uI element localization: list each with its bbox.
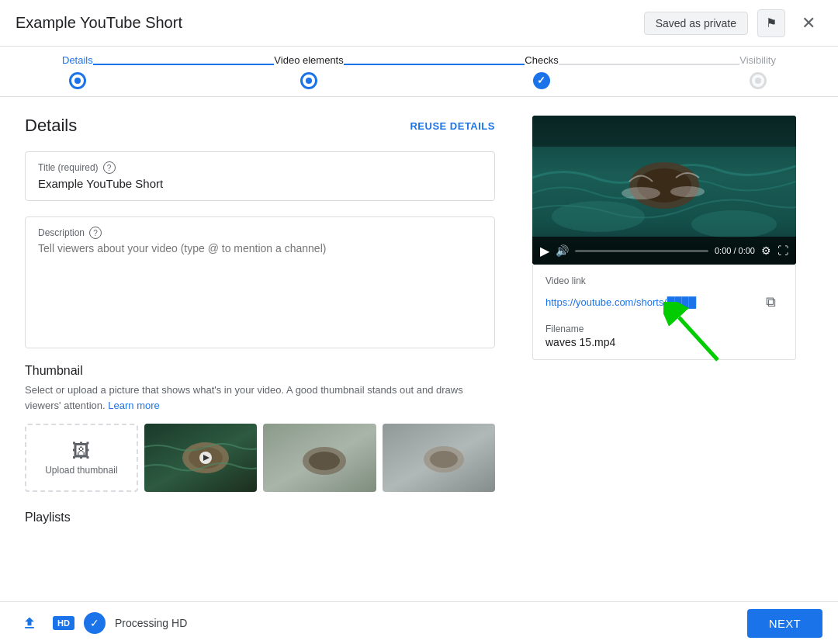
- description-help-icon[interactable]: ?: [89, 227, 102, 239]
- thumbnail-section: Thumbnail Select or upload a picture tha…: [25, 364, 495, 492]
- learn-more-link[interactable]: Learn more: [108, 400, 159, 411]
- connector-2: [344, 64, 525, 65]
- svg-point-17: [552, 201, 645, 232]
- next-button[interactable]: NEXT: [747, 609, 822, 638]
- video-link-label: Video link: [545, 275, 783, 286]
- close-button[interactable]: ✕: [795, 9, 822, 37]
- step-details-circle: [69, 72, 86, 89]
- thumbnail-grid: 🖼 Upload thumbnail: [25, 424, 495, 492]
- description-input[interactable]: [38, 242, 482, 335]
- connector-3: [559, 64, 740, 65]
- settings-button[interactable]: ⚙: [761, 244, 771, 257]
- header: Example YouTube Short Saved as private ⚑…: [0, 0, 838, 47]
- page-title: Example YouTube Short: [16, 14, 182, 32]
- title-help-icon[interactable]: ?: [103, 161, 116, 174]
- progress-bar[interactable]: [575, 250, 708, 252]
- step-checks[interactable]: Checks ✓: [525, 54, 558, 89]
- copy-icon: ⧉: [766, 294, 776, 310]
- video-info-box: Video link https://youtube.com/shorts/██…: [532, 265, 796, 360]
- step-visibility-circle: [750, 72, 767, 89]
- upload-thumbnail-button[interactable]: 🖼 Upload thumbnail: [25, 424, 138, 492]
- video-link-highlight: ████: [667, 296, 697, 308]
- feedback-icon: ⚑: [766, 16, 777, 30]
- thumbnail-title: Thumbnail: [25, 364, 495, 378]
- check-badge: ✓: [84, 612, 106, 634]
- step-video-elements[interactable]: Video elements: [274, 54, 343, 89]
- title-field-group: Title (required) ?: [25, 151, 495, 201]
- svg-rect-16: [532, 116, 796, 147]
- section-header: Details REUSE DETAILS: [25, 116, 495, 136]
- svg-point-15: [670, 186, 705, 197]
- hd-badge: HD: [53, 616, 74, 630]
- upload-thumbnail-label: Upload thumbnail: [45, 465, 117, 476]
- video-preview: ▶ 🔊 0:00 / 0:00 ⚙ ⛶: [532, 116, 796, 265]
- video-link[interactable]: https://youtube.com/shorts/████: [545, 296, 697, 308]
- filename-value: waves 15.mp4: [545, 336, 783, 348]
- thumbnail-option-3[interactable]: [383, 424, 495, 492]
- thumbnail-3-svg: [383, 424, 495, 492]
- title-label: Title (required): [38, 162, 99, 173]
- svg-point-10: [430, 451, 458, 468]
- right-panel: ▶ 🔊 0:00 / 0:00 ⚙ ⛶ Video link https://y…: [520, 97, 809, 601]
- step-visibility-label: Visibility: [739, 54, 776, 66]
- upload-icon: 🖼: [72, 440, 91, 462]
- description-field-box: Description ?: [25, 216, 495, 348]
- playlists-title: Playlists: [25, 511, 495, 525]
- upload-button[interactable]: [16, 609, 43, 637]
- upload-icon: [22, 615, 37, 631]
- thumbnail-option-1[interactable]: [144, 424, 257, 492]
- thumbnail-2-svg: [263, 424, 376, 492]
- copy-link-button[interactable]: ⧉: [758, 289, 783, 314]
- thumbnail-option-2[interactable]: [263, 424, 376, 492]
- processing-text: Processing HD: [115, 617, 187, 629]
- mute-button[interactable]: 🔊: [556, 244, 569, 257]
- close-icon: ✕: [802, 13, 815, 33]
- description-field-group: Description ?: [25, 216, 495, 348]
- time-display: 0:00 / 0:00: [715, 246, 755, 255]
- svg-point-18: [691, 210, 777, 238]
- svg-point-14: [622, 187, 660, 199]
- step-details[interactable]: Details: [62, 54, 93, 89]
- title-input[interactable]: [38, 177, 482, 190]
- feedback-button[interactable]: ⚑: [757, 9, 785, 37]
- step-visibility[interactable]: Visibility: [739, 54, 776, 89]
- main-content: Details REUSE DETAILS Title (required) ?…: [0, 97, 838, 601]
- video-link-row: https://youtube.com/shorts/████ ⧉: [545, 289, 783, 314]
- step-video-elements-circle: [300, 72, 317, 89]
- check-icon: ✓: [537, 74, 545, 86]
- saved-badge: Saved as private: [644, 12, 748, 35]
- step-details-label: Details: [62, 54, 93, 66]
- video-controls-right: ⚙ ⛶: [761, 244, 788, 257]
- svg-point-7: [309, 452, 340, 470]
- video-controls: ▶ 🔊 0:00 / 0:00 ⚙ ⛶: [532, 237, 796, 265]
- thumbnail-description: Select or upload a picture that shows wh…: [25, 383, 495, 413]
- bottom-bar: HD ✓ Processing HD NEXT: [0, 601, 838, 644]
- header-actions: Saved as private ⚑ ✕: [644, 9, 822, 37]
- description-label-row: Description ?: [38, 227, 482, 239]
- filename-label: Filename: [545, 324, 783, 334]
- play-button[interactable]: ▶: [540, 244, 549, 258]
- connector-1: [93, 64, 275, 65]
- step-checks-label: Checks: [525, 54, 558, 66]
- title-label-row: Title (required) ?: [38, 161, 482, 174]
- title-field-box: Title (required) ?: [25, 151, 495, 201]
- check-icon: ✓: [90, 617, 99, 629]
- step-checks-circle: ✓: [533, 72, 550, 89]
- left-panel: Details REUSE DETAILS Title (required) ?…: [0, 97, 520, 601]
- fullscreen-button[interactable]: ⛶: [777, 244, 788, 257]
- steps-bar: Details Video elements Checks ✓ Visibili…: [0, 47, 838, 97]
- bottom-left-actions: HD ✓ Processing HD: [16, 609, 187, 637]
- playlists-section: Playlists: [25, 511, 495, 525]
- reuse-details-button[interactable]: REUSE DETAILS: [410, 120, 495, 132]
- thumbnail-1-svg: [144, 424, 257, 492]
- step-video-elements-label: Video elements: [274, 54, 343, 66]
- description-label: Description: [38, 227, 85, 238]
- section-title: Details: [25, 116, 77, 136]
